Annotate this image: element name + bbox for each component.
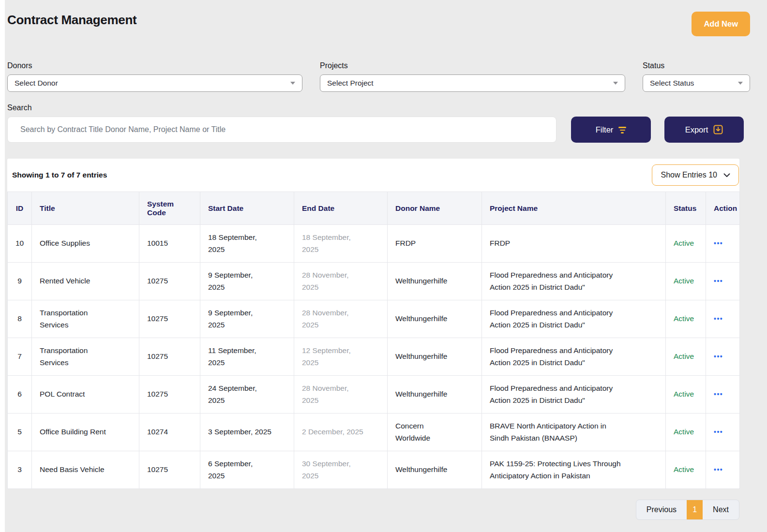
table-card-header: Showing 1 to 7 of 7 entries Show Entries… [7, 159, 739, 192]
cell-start-date: 9 September, 2025 [200, 300, 294, 338]
add-new-button[interactable]: Add New [692, 12, 750, 36]
cell-id: 7 [8, 338, 32, 376]
filter-button[interactable]: Filter [571, 117, 651, 143]
column-header-id: ID [8, 192, 32, 225]
status-select-value: Select Status [650, 79, 694, 88]
previous-page-button[interactable]: Previous [636, 500, 687, 519]
cell-system-code: 10275 [139, 338, 200, 376]
caret-down-icon [738, 82, 743, 85]
cell-status: Active [666, 338, 706, 376]
table-body: 10Office Supplies1001518 September, 2025… [8, 225, 740, 489]
project-select-value: Select Project [327, 79, 374, 88]
cell-donor-name: Welthungerhilfe [388, 300, 482, 338]
pagination: Previous 1 Next [636, 500, 739, 520]
cell-project-name: PAK 1159-25: Protecting Lives Through An… [482, 451, 666, 489]
search-section: Search Filter Export [7, 103, 750, 143]
cell-system-code: 10275 [139, 300, 200, 338]
status-filter-group: Status Select Status [643, 61, 750, 92]
show-entries-dropdown[interactable]: Show Entries 10 [652, 164, 739, 186]
ellipsis-icon[interactable]: ••• [714, 315, 723, 323]
column-header-action: Action [706, 192, 740, 225]
cell-id: 10 [8, 225, 32, 263]
next-page-button[interactable]: Next [703, 500, 739, 519]
cell-status: Active [666, 376, 706, 414]
cell-donor-name: Welthungerhilfe [388, 451, 482, 489]
cell-start-date: 24 September, 2025 [200, 376, 294, 414]
cell-end-date: 28 November, 2025 [294, 300, 388, 338]
page-title: Contract Management [7, 12, 136, 28]
table-row: 6POL Contract1027524 September, 202528 N… [8, 376, 740, 414]
cell-end-date: 28 November, 2025 [294, 376, 388, 414]
cell-id: 9 [8, 263, 32, 300]
cell-start-date: 11 September, 2025 [200, 338, 294, 376]
cell-title: Transportation Services [32, 338, 139, 376]
cell-status: Active [666, 300, 706, 338]
column-header-status: Status [666, 192, 706, 225]
cell-system-code: 10015 [139, 225, 200, 263]
cell-action: ••• [706, 376, 740, 414]
cell-title: Office Supplies [32, 225, 139, 263]
filter-lines-icon [618, 127, 626, 133]
status-label: Status [643, 61, 750, 70]
ellipsis-icon[interactable]: ••• [714, 353, 723, 360]
cell-project-name: FRDP [482, 225, 666, 263]
download-box-icon [713, 125, 723, 134]
cell-system-code: 10275 [139, 376, 200, 414]
cell-start-date: 18 September, 2025 [200, 225, 294, 263]
cell-title: Need Basis Vehicle [32, 451, 139, 489]
contracts-table-card: Showing 1 to 7 of 7 entries Show Entries… [7, 159, 739, 489]
table-row: 8Transportation Services102759 September… [8, 300, 740, 338]
ellipsis-icon[interactable]: ••• [714, 466, 723, 473]
donor-select[interactable]: Select Donor [7, 74, 302, 92]
ellipsis-icon[interactable]: ••• [714, 428, 723, 436]
cell-donor-name: Welthungerhilfe [388, 376, 482, 414]
cell-status: Active [666, 263, 706, 300]
cell-end-date: 12 September, 2025 [294, 338, 388, 376]
current-page-button[interactable]: 1 [687, 500, 703, 519]
topbar: Contract Management Add New [7, 12, 750, 36]
status-select[interactable]: Select Status [643, 74, 750, 92]
left-edge-strip [0, 0, 5, 532]
search-row: Filter Export [7, 117, 750, 143]
cell-action: ••• [706, 263, 740, 300]
cell-title: POL Contract [32, 376, 139, 414]
cell-end-date: 2 December, 2025 [294, 414, 388, 451]
cell-end-date: 30 September, 2025 [294, 451, 388, 489]
search-label: Search [7, 103, 750, 112]
cell-id: 8 [8, 300, 32, 338]
cell-action: ••• [706, 338, 740, 376]
filter-button-label: Filter [596, 125, 614, 134]
cell-action: ••• [706, 300, 740, 338]
table-row: 9Rented Vehicle102759 September, 202528 … [8, 263, 740, 300]
project-select[interactable]: Select Project [320, 74, 625, 92]
column-header-end-date: End Date [294, 192, 388, 225]
search-input[interactable] [7, 117, 556, 143]
cell-donor-name: Welthungerhilfe [388, 338, 482, 376]
ellipsis-icon[interactable]: ••• [714, 239, 723, 247]
cell-project-name: Flood Preparedness and Anticipatory Acti… [482, 300, 666, 338]
export-button-label: Export [685, 125, 708, 134]
cell-system-code: 10275 [139, 263, 200, 300]
cell-start-date: 9 September, 2025 [200, 263, 294, 300]
cell-end-date: 18 September, 2025 [294, 225, 388, 263]
cell-project-name: Flood Preparedness and Anticipatory Acti… [482, 376, 666, 414]
ellipsis-icon[interactable]: ••• [714, 277, 723, 285]
donors-filter-group: Donors Select Donor [7, 61, 302, 92]
export-button[interactable]: Export [664, 117, 744, 143]
cell-action: ••• [706, 451, 740, 489]
cell-status: Active [666, 414, 706, 451]
cell-project-name: Flood Preparedness and Anticipatory Acti… [482, 338, 666, 376]
cell-action: ••• [706, 225, 740, 263]
column-header-project-name: Project Name [482, 192, 666, 225]
cell-title: Office Building Rent [32, 414, 139, 451]
cell-id: 3 [8, 451, 32, 489]
cell-donor-name: FRDP [388, 225, 482, 263]
cell-donor-name: Welthungerhilfe [388, 263, 482, 300]
cell-donor-name: Concern Worldwide [388, 414, 482, 451]
entries-info: Showing 1 to 7 of 7 entries [12, 171, 107, 179]
cell-status: Active [666, 225, 706, 263]
ellipsis-icon[interactable]: ••• [714, 390, 723, 398]
caret-down-icon [290, 82, 295, 85]
caret-down-icon [613, 82, 618, 85]
column-header-system-code: System Code [139, 192, 200, 225]
